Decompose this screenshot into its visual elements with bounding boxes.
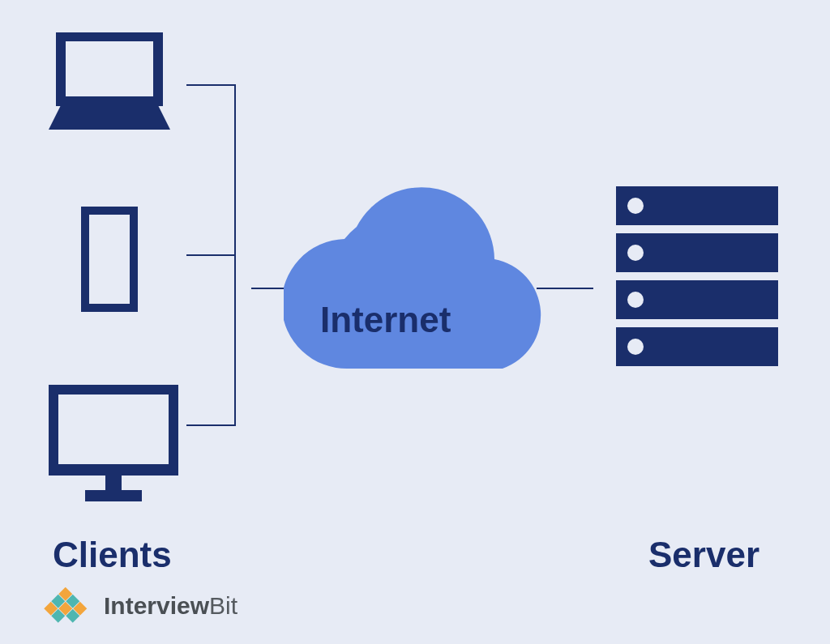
svg-marker-1 <box>49 105 170 130</box>
svg-rect-4 <box>85 490 142 501</box>
logo-text: InterviewBit <box>104 592 237 620</box>
svg-rect-2 <box>53 389 174 470</box>
logo-mark-icon <box>41 587 97 625</box>
smartphone-icon <box>81 207 138 312</box>
interviewbit-logo: InterviewBit <box>41 587 237 625</box>
server-unit <box>616 233 778 272</box>
svg-rect-3 <box>105 472 122 490</box>
internet-label: Internet <box>320 300 451 340</box>
server-unit <box>616 280 778 319</box>
server-unit <box>616 327 778 366</box>
clients-label: Clients <box>53 535 172 575</box>
svg-rect-0 <box>61 36 158 101</box>
clients-bracket-connector <box>186 73 251 437</box>
server-unit <box>616 186 778 225</box>
monitor-icon <box>49 385 178 506</box>
client-server-diagram: Clients Internet Server <box>0 0 830 644</box>
laptop-icon <box>49 32 170 138</box>
cloud-icon <box>284 170 543 381</box>
server-rack-icon <box>616 186 778 374</box>
server-label: Server <box>648 535 759 575</box>
clients-to-cloud-connector <box>251 288 284 289</box>
cloud-to-server-connector <box>537 288 593 289</box>
